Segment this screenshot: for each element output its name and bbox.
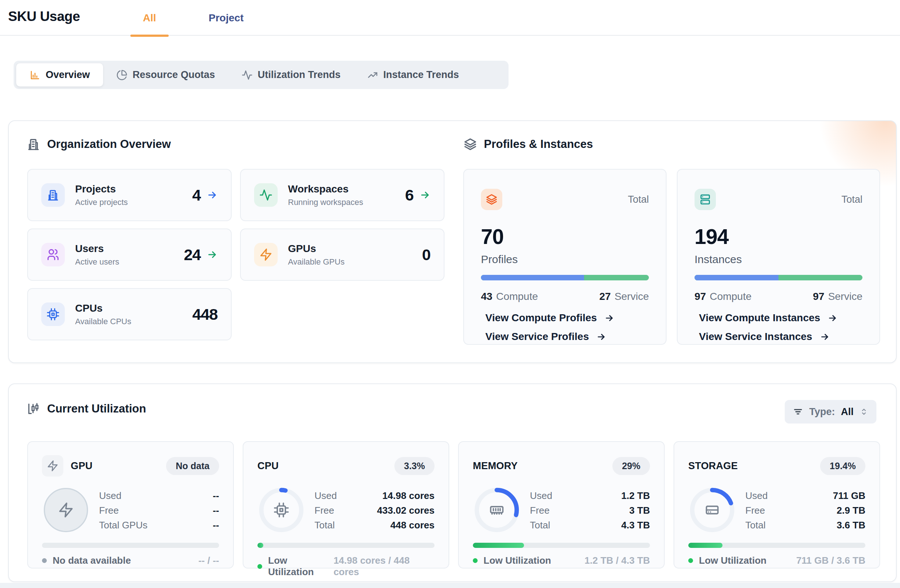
- tab-project-label: Project: [209, 12, 244, 24]
- page-title: SKU Usage: [8, 9, 80, 24]
- status-text: Low Utilization: [699, 555, 767, 566]
- stat-row: Used1.2 TB: [530, 488, 650, 503]
- service-count: 97Service: [813, 290, 863, 303]
- users-card[interactable]: Users Active users 24: [27, 229, 232, 281]
- memory-gauge: [473, 486, 521, 534]
- instances-total: 194: [695, 226, 863, 247]
- card-title: Workspaces: [288, 183, 363, 195]
- tab-all-label: All: [143, 12, 156, 24]
- card-title: CPUs: [75, 302, 131, 314]
- stat-row: Total4.3 TB: [530, 518, 650, 532]
- filter-value: All: [841, 406, 853, 418]
- percent-badge: 29%: [612, 457, 650, 475]
- layers-icon: [463, 137, 477, 151]
- card-subtitle: Available GPUs: [288, 257, 344, 267]
- tab-utilization-trends[interactable]: Utilization Trends: [228, 63, 354, 87]
- building-icon: [26, 137, 40, 151]
- card-title: STORAGE: [688, 460, 738, 472]
- memory-utilization-card: MEMORY 29% Used1.2 TB Free3 TB Total4.3 …: [458, 441, 665, 568]
- utilization-bar: [473, 543, 650, 548]
- activity-icon: [254, 183, 278, 207]
- card-value: 0: [422, 246, 430, 264]
- card-title: GPUs: [288, 243, 344, 255]
- organization-overview-heading: Organization Overview: [26, 137, 171, 151]
- status-dot: [473, 558, 478, 563]
- stat-row: Free2.9 TB: [745, 503, 865, 518]
- stat-row: Total448 cores: [315, 518, 434, 532]
- total-label: Total: [841, 194, 863, 205]
- card-value: 448: [192, 305, 218, 323]
- tab-utilization-trends-label: Utilization Trends: [258, 69, 341, 80]
- status-text: Low Utilization: [484, 555, 551, 566]
- current-utilization-panel: Current Utilization Type: All GPU No dat…: [8, 384, 897, 582]
- hard-drive-icon: [688, 486, 736, 534]
- total-label: Total: [628, 194, 649, 205]
- cpu-gauge: [258, 486, 305, 534]
- server-icon: [695, 189, 716, 210]
- arrow-right-icon: [820, 332, 830, 342]
- tab-instance-trends[interactable]: Instance Trends: [354, 63, 472, 87]
- overview-panel: Organization Overview Projects Active pr…: [8, 120, 897, 363]
- workspaces-card[interactable]: Workspaces Running workspaces 6: [240, 169, 444, 221]
- bar-chart-icon: [29, 70, 40, 80]
- gpus-card: GPUs Available GPUs 0: [240, 229, 444, 281]
- status-dot: [42, 558, 47, 563]
- profiles-card: Total 70 Profiles 43Compute 27Service Vi…: [463, 169, 667, 345]
- status-text: No data available: [53, 555, 131, 566]
- tab-overview[interactable]: Overview: [16, 63, 103, 87]
- tab-resource-quotas-label: Resource Quotas: [133, 69, 215, 80]
- storage-utilization-card: STORAGE 19.4% Used711 GB Free2.9 TB Tota…: [673, 441, 880, 568]
- percent-badge: 19.4%: [820, 457, 865, 475]
- compute-service-bar: [695, 275, 863, 280]
- tab-resource-quotas[interactable]: Resource Quotas: [103, 63, 228, 87]
- stat-row: Used--: [99, 488, 219, 503]
- filter-icon: [793, 407, 803, 417]
- tab-all[interactable]: All: [130, 0, 169, 36]
- view-service-instances-link[interactable]: View Service Instances: [699, 330, 863, 343]
- projects-card[interactable]: Projects Active projects 4: [27, 169, 232, 221]
- utilization-bar: [688, 543, 865, 548]
- stat-row: Free3 TB: [530, 503, 650, 518]
- status-text: Low Utilization: [268, 555, 334, 578]
- card-title: Projects: [75, 183, 128, 195]
- active-tab-underline: [130, 35, 169, 37]
- arrow-right-icon: [827, 313, 837, 323]
- view-compute-instances-link[interactable]: View Compute Instances: [699, 312, 863, 324]
- tab-project[interactable]: Project: [206, 0, 246, 36]
- view-compute-profiles-link[interactable]: View Compute Profiles: [485, 312, 649, 324]
- card-subtitle: Active projects: [75, 198, 128, 207]
- section-tab-bar: Overview Resource Quotas Utilization Tre…: [14, 61, 509, 89]
- arrow-right-icon[interactable]: [419, 189, 430, 201]
- service-count: 27Service: [599, 290, 649, 303]
- utilization-cards: GPU No data Used-- Free-- Total GPUs-- N…: [27, 441, 880, 568]
- users-icon: [41, 243, 65, 266]
- activity-icon: [242, 70, 253, 80]
- view-service-profiles-link[interactable]: View Service Profiles: [485, 330, 649, 343]
- card-value: 24: [184, 246, 201, 264]
- chip-icon: [258, 486, 305, 534]
- percent-badge: 3.3%: [394, 457, 434, 475]
- stat-row: Total GPUs--: [99, 518, 219, 532]
- stat-row: Used14.98 cores: [315, 488, 434, 503]
- utilization-bar: [258, 543, 434, 548]
- compute-bar-fill: [695, 275, 779, 280]
- arrow-right-icon[interactable]: [206, 189, 218, 201]
- usage-ratio: -- / --: [199, 555, 219, 566]
- building-icon: [41, 183, 65, 207]
- trending-up-icon: [367, 70, 378, 80]
- memory-icon: [473, 486, 521, 534]
- arrow-right-icon[interactable]: [206, 249, 218, 260]
- stat-row: Free--: [99, 503, 219, 518]
- compute-bar-fill: [481, 275, 584, 280]
- status-dot: [258, 564, 262, 569]
- utilization-bar: [42, 543, 219, 548]
- card-subtitle: Running workspaces: [288, 198, 363, 207]
- page-bottom-strip: [0, 583, 900, 588]
- instances-card: Total 194 Instances 97Compute 97Service …: [677, 169, 880, 345]
- type-filter-select[interactable]: Type: All: [785, 400, 877, 424]
- card-subtitle: Available CPUs: [75, 317, 131, 326]
- instances-label: Instances: [695, 253, 863, 266]
- profiles-label: Profiles: [481, 253, 649, 266]
- card-title: Users: [75, 243, 119, 255]
- status-badge: No data: [166, 457, 219, 475]
